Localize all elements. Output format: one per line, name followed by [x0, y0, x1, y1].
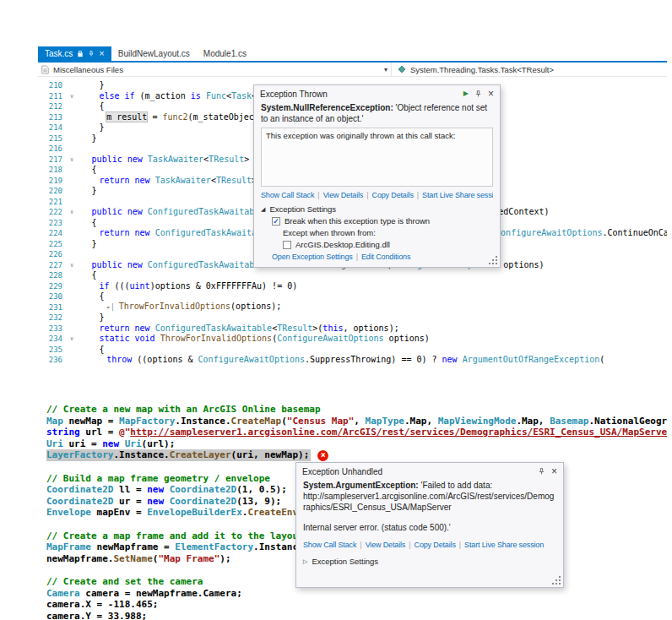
- line-number: 235: [38, 345, 67, 356]
- code-line[interactable]: 235{: [38, 345, 667, 356]
- line-number: 229: [38, 281, 67, 292]
- code-text: // Create a map frame and add it to the …: [46, 530, 306, 542]
- code-line[interactable]: 232}: [38, 313, 667, 324]
- code-line[interactable]: 234∨static void ThrowForInvalidOptions(C…: [38, 334, 667, 345]
- exception-action-links: Show Call Stack|View Details|Copy Detail…: [261, 191, 493, 199]
- fold-icon[interactable]: ∨: [67, 207, 77, 218]
- code-line[interactable]: 228{: [38, 270, 667, 281]
- code-line[interactable]: LayerFactory.Instance.CreateLayer(uri, n…: [46, 449, 672, 461]
- link-view-details[interactable]: View Details: [366, 541, 406, 549]
- class-icon: [398, 65, 406, 73]
- tab-buildnewlayout-cs[interactable]: BuildNewLayout.cs: [111, 46, 197, 61]
- line-number: 233: [38, 324, 67, 334]
- fold-icon[interactable]: ∨: [67, 155, 77, 166]
- code-text: throw ((options & ConfigureAwaitOptions.…: [77, 355, 606, 366]
- link-view-details[interactable]: View Details: [323, 191, 364, 199]
- code-line[interactable]: Map newMap = MapFactory.Instance.CreateM…: [46, 416, 672, 427]
- line-number: 218: [38, 165, 67, 176]
- code-line[interactable]: Camera camera = newMapframe.Camera;: [46, 588, 672, 600]
- line-number: 217: [38, 155, 67, 166]
- code-line[interactable]: 230{: [38, 291, 667, 302]
- line-number: 227: [38, 260, 67, 271]
- callstack-box[interactable]: This exception was originally thrown at …: [261, 128, 493, 187]
- exception-detail: Internal server error. (status code 500)…: [303, 523, 556, 532]
- popup-title-bar: Exception Unhandled ×: [296, 463, 563, 478]
- link-show-call-stack[interactable]: Show Call Stack: [303, 541, 356, 549]
- symbol-dropdown[interactable]: System.Threading.Tasks.Task<TResult>: [391, 63, 667, 76]
- code-text: Camera camera = newMapframe.Camera;: [46, 588, 244, 600]
- code-text: }: [77, 186, 99, 197]
- link-separator: |: [366, 191, 368, 199]
- exception-settings-expander[interactable]: ▷ Exception Settings: [303, 557, 556, 566]
- exception-type: System.NullReferenceException:: [261, 103, 393, 112]
- line-number: 221: [38, 197, 67, 208]
- tab-task-cs[interactable]: Task.cs×: [38, 46, 111, 61]
- link-open-exception-settings[interactable]: Open Exception Settings: [272, 253, 353, 261]
- code-text: }: [77, 239, 99, 250]
- close-icon[interactable]: ×: [488, 89, 494, 99]
- code-text: {: [77, 101, 106, 112]
- line-number: 212: [38, 101, 67, 112]
- link-separator: |: [356, 253, 358, 261]
- exception-settings-expander[interactable]: ◢ Exception Settings: [261, 204, 493, 214]
- tab-label: BuildNewLayout.cs: [118, 49, 190, 58]
- fold-icon[interactable]: ∨: [67, 91, 77, 102]
- break-checkbox[interactable]: ✓: [272, 217, 280, 226]
- line-number: 226: [38, 249, 67, 260]
- link-separator: |: [409, 541, 410, 549]
- popup-title: Exception Thrown: [260, 90, 328, 99]
- exception-thrown-popup: Exception Thrown ▶ × System.NullReferenc…: [253, 84, 501, 268]
- popup-title-bar: Exception Thrown ▶ ×: [254, 85, 500, 101]
- fold-icon[interactable]: ∨: [67, 334, 77, 345]
- code-text: {: [77, 270, 99, 281]
- link-start-live-share-session[interactable]: Start Live Share session: [422, 191, 493, 199]
- code-text: // Create and set the camera: [46, 576, 204, 588]
- code-text: newMapframe.SetName("Map Frame");: [46, 553, 233, 565]
- line-number: 213: [38, 112, 67, 123]
- code-line[interactable]: Uri uri = new Uri(url);: [46, 438, 672, 450]
- line-number: 236: [38, 355, 67, 366]
- code-line[interactable]: 229if (((uint)options & 0xFFFFFFFAu) != …: [38, 281, 667, 292]
- close-icon[interactable]: ×: [99, 49, 104, 58]
- code-line[interactable]: string url = @"http://sampleserver1.arcg…: [46, 427, 672, 438]
- code-text: // Create a new map with an ArcGIS Onlin…: [46, 404, 322, 416]
- pin-icon[interactable]: [88, 50, 95, 57]
- popup-title: Exception Unhandled: [302, 467, 382, 476]
- module-checkbox[interactable]: [283, 241, 291, 249]
- link-show-call-stack[interactable]: Show Call Stack: [261, 191, 314, 199]
- code-line[interactable]: camera.X = -118.465;: [46, 599, 672, 611]
- link-copy-details[interactable]: Copy Details: [415, 541, 456, 549]
- code-line[interactable]: camera.Y = 33.988;: [46, 611, 672, 620]
- link-separator: |: [360, 541, 361, 549]
- link-copy-details[interactable]: Copy Details: [372, 191, 414, 199]
- link-start-live-share-session[interactable]: Start Live Share session: [464, 541, 544, 549]
- error-icon[interactable]: ×: [317, 450, 328, 461]
- code-text: }: [77, 133, 99, 144]
- link-edit-conditions[interactable]: Edit Conditions: [361, 253, 410, 261]
- callstack-note: This exception was originally thrown at …: [266, 131, 455, 140]
- tab-module1-cs[interactable]: Module1.cs: [197, 46, 253, 61]
- code-text: return new ConfiguredTaskAwaitable<TResu…: [77, 324, 401, 334]
- code-line[interactable]: 231▸| ThrowForInvalidOptions(options);: [38, 302, 667, 313]
- exception-settings: ◢ Exception Settings ✓ Break when this e…: [261, 204, 493, 261]
- line-number: 216: [38, 144, 67, 155]
- continue-icon[interactable]: ▶: [463, 90, 469, 97]
- close-icon[interactable]: ×: [551, 466, 557, 476]
- chevron-down-icon: ▾: [384, 66, 387, 73]
- project-dropdown[interactable]: Miscellaneous Files ▾: [38, 63, 391, 76]
- resize-grip[interactable]: [551, 575, 561, 585]
- resize-grip[interactable]: [488, 255, 497, 264]
- code-text: {: [77, 345, 106, 356]
- code-text: camera.Y = 33.988;: [46, 611, 149, 620]
- tab-label: Task.cs: [45, 49, 73, 58]
- pin-icon[interactable]: [474, 90, 482, 98]
- code-line[interactable]: 233return new ConfiguredTaskAwaitable<TR…: [38, 324, 667, 334]
- code-line[interactable]: 236throw ((options & ConfigureAwaitOptio…: [38, 355, 667, 366]
- pin-icon[interactable]: [538, 467, 545, 476]
- code-text: {: [77, 218, 99, 229]
- code-line[interactable]: // Create a new map with an ArcGIS Onlin…: [46, 404, 672, 416]
- line-number: 214: [38, 122, 67, 133]
- code-text: }: [77, 80, 106, 91]
- fold-icon[interactable]: ∨: [67, 260, 77, 271]
- line-number: 215: [38, 133, 67, 144]
